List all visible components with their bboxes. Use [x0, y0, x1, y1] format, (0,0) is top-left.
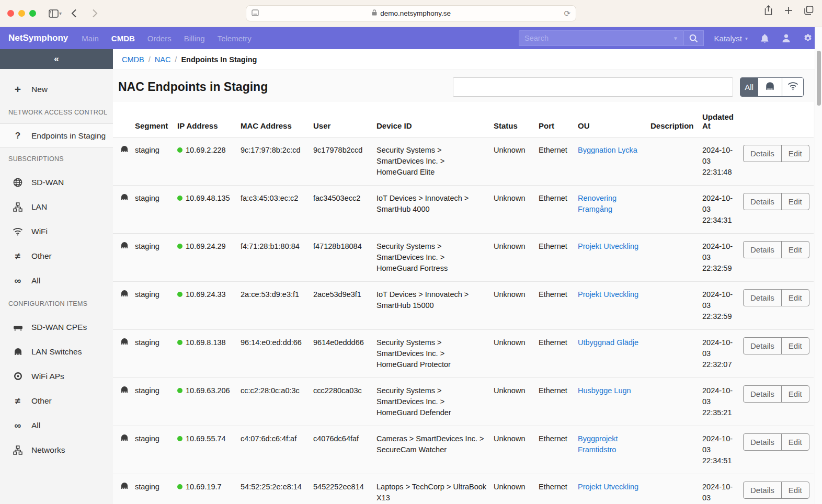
browser-forward-button[interactable]	[87, 6, 102, 21]
details-button[interactable]: Details	[744, 338, 781, 354]
ethernet-port-icon	[120, 483, 129, 491]
details-button[interactable]: Details	[744, 482, 781, 498]
nav-item-billing[interactable]: Billing	[184, 34, 205, 43]
nav-item-telemetry[interactable]: Telemetry	[218, 34, 252, 43]
url-text: demo.netsymphony.se	[380, 9, 451, 17]
ethernet-port-icon	[120, 386, 129, 395]
details-button[interactable]: Details	[744, 242, 781, 258]
sidebar-dropdown-caret-icon[interactable]: ▾	[59, 10, 62, 16]
updated-at-cell: 2024-10-03 22:34:31	[702, 186, 743, 234]
brand-logo[interactable]: NetSymphony	[8, 33, 68, 43]
table-row: staging 10.69.24.33 2a:ce:53:d9:e3:f1 2a…	[113, 282, 814, 330]
status-cell: Unknown	[494, 186, 539, 234]
sidebar-item-new[interactable]: + New	[0, 77, 113, 101]
row-type-cell	[113, 186, 135, 234]
sidebar-item-label: Other	[31, 251, 52, 261]
actions-cell: Details Edit	[743, 282, 814, 330]
details-button[interactable]: Details	[744, 434, 781, 450]
sidebar-item-wifi-aps[interactable]: WiFi APs	[0, 364, 113, 388]
settings-gear-icon[interactable]	[803, 33, 813, 43]
sidebar: « + New NETWORK ACCESS CONTROL ? Endpoin…	[0, 49, 113, 504]
sidebar-item-other-cis[interactable]: ≠ Other	[0, 388, 113, 413]
status-cell: Unknown	[494, 426, 539, 474]
user-cell: 9614e0eddd66	[313, 330, 376, 378]
device-id-cell: Security Systems > SmartDevices Inc. > H…	[376, 330, 494, 378]
edit-button[interactable]: Edit	[781, 193, 809, 210]
sidebar-item-lan[interactable]: LAN	[0, 194, 113, 219]
breadcrumb-link-nac[interactable]: NAC	[155, 55, 171, 64]
nav-item-cmdb[interactable]: CMDB	[111, 34, 135, 43]
sidebar-item-label: SD-WAN CPEs	[31, 323, 87, 332]
share-icon[interactable]	[764, 5, 773, 18]
profile-icon[interactable]	[782, 33, 791, 43]
device-id-cell: Security Systems > SmartDevices Inc. > H…	[376, 378, 494, 426]
global-search-input[interactable]: Search ▼	[519, 30, 684, 46]
user-menu[interactable]: Katalyst ▾	[714, 34, 748, 43]
sidebar-item-sd-wan-cpes[interactable]: SD-WAN CPEs	[0, 315, 113, 339]
filter-ethernet-button[interactable]	[758, 78, 782, 96]
sidebar-item-all-subscriptions[interactable]: ∞ All	[0, 268, 113, 293]
notifications-bell-icon[interactable]	[760, 33, 769, 43]
filter-all-button[interactable]: All	[740, 78, 758, 96]
details-button[interactable]: Details	[744, 290, 781, 306]
sidebar-item-label: New	[31, 85, 48, 94]
col-port: Port	[539, 102, 578, 138]
search-submit-button[interactable]	[684, 30, 704, 46]
ou-link[interactable]: Projekt Utveckling	[578, 242, 638, 250]
description-cell	[650, 426, 702, 474]
row-type-cell	[113, 426, 135, 474]
breadcrumb-link-cmdb[interactable]: CMDB	[122, 55, 144, 64]
ou-link[interactable]: Projekt Utveckling	[578, 290, 638, 299]
ou-link[interactable]: Renovering Framgång	[578, 194, 616, 213]
port-filter-group: All	[740, 77, 804, 97]
zoom-window-button[interactable]	[29, 10, 36, 17]
mac-cell: 9c:17:97:8b:2c:cd	[241, 138, 313, 186]
device-id-cell: Laptops > TechCorp > UltraBook X13	[376, 474, 494, 504]
tab-overview-icon[interactable]	[804, 6, 814, 17]
sidebar-item-all-cis[interactable]: ∞ All	[0, 413, 113, 438]
browser-back-button[interactable]	[66, 6, 82, 21]
nav-item-orders[interactable]: Orders	[147, 34, 172, 43]
edit-button[interactable]: Edit	[781, 290, 809, 306]
address-bar[interactable]: demo.netsymphony.se ⟳	[246, 5, 576, 21]
edit-button[interactable]: Edit	[781, 434, 809, 450]
filter-wifi-button[interactable]	[782, 78, 803, 96]
scrollbar-thumb[interactable]	[817, 51, 821, 106]
sidebar-item-endpoints-in-staging[interactable]: ? Endpoints in Staging	[0, 123, 113, 148]
sidebar-item-other-subscriptions[interactable]: ≠ Other	[0, 244, 113, 268]
ou-link[interactable]: Byggnation Lycka	[578, 146, 637, 154]
sidebar-item-networks[interactable]: Networks	[0, 438, 113, 462]
ou-link[interactable]: Projekt Utveckling	[578, 483, 638, 491]
col-actions	[743, 102, 814, 138]
close-window-button[interactable]	[7, 10, 14, 17]
reload-icon[interactable]: ⟳	[564, 9, 570, 18]
ou-link[interactable]: Utbyggnad Glädje	[578, 338, 638, 347]
page-scrollbar[interactable]	[815, 27, 822, 504]
edit-button[interactable]: Edit	[781, 386, 809, 402]
col-status: Status	[494, 102, 539, 138]
sidebar-item-lan-switches[interactable]: LAN Switches	[0, 339, 113, 364]
table-filter-input[interactable]	[453, 77, 733, 97]
sidebar-collapse-button[interactable]: «	[0, 49, 113, 69]
edit-button[interactable]: Edit	[781, 145, 809, 162]
details-button[interactable]: Details	[744, 193, 781, 210]
details-button[interactable]: Details	[744, 145, 781, 162]
minimize-window-button[interactable]	[18, 10, 25, 17]
ou-cell: Byggnation Lycka	[578, 138, 650, 186]
reader-view-icon[interactable]	[252, 9, 259, 18]
details-button[interactable]: Details	[744, 386, 781, 402]
new-tab-icon[interactable]	[784, 6, 793, 17]
edit-button[interactable]: Edit	[781, 482, 809, 498]
status-cell: Unknown	[494, 378, 539, 426]
nav-item-main[interactable]: Main	[82, 34, 99, 43]
sidebar-item-wifi[interactable]: WiFi	[0, 219, 113, 244]
ou-link[interactable]: Husbygge Lugn	[578, 386, 631, 395]
edit-button[interactable]: Edit	[781, 242, 809, 258]
search-scope-caret-icon[interactable]: ▼	[673, 36, 678, 41]
ou-link[interactable]: Byggprojekt Framtidstro	[578, 434, 618, 454]
edit-button[interactable]: Edit	[781, 338, 809, 354]
lock-icon	[372, 9, 377, 17]
online-status-dot	[177, 196, 182, 201]
ethernet-port-icon	[12, 348, 24, 356]
sidebar-item-sd-wan[interactable]: SD-WAN	[0, 170, 113, 194]
